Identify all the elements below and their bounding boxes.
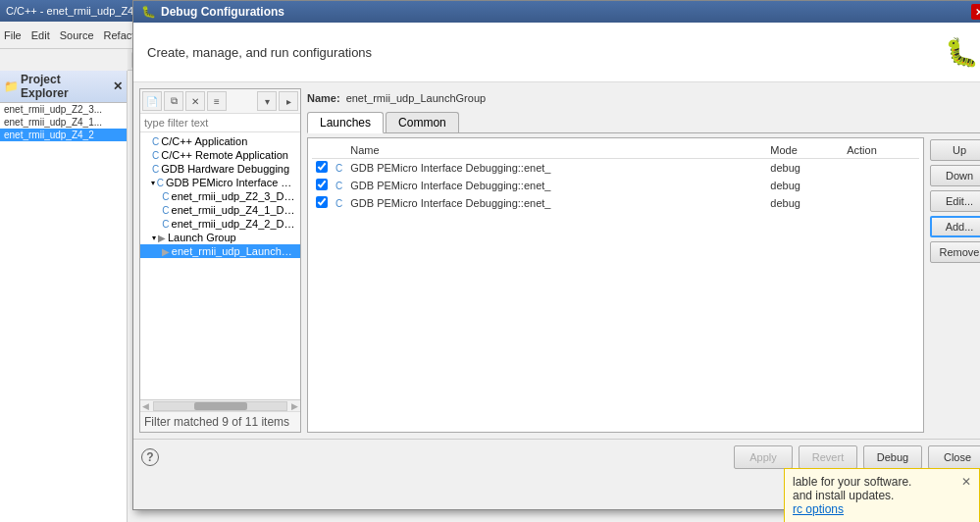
- pkg-explorer-close[interactable]: ✕: [113, 79, 123, 93]
- config-tree-item-z41[interactable]: C enet_rmii_udp_Z4_1_Debug: [140, 203, 300, 217]
- menu-source[interactable]: Source: [60, 29, 94, 41]
- package-explorer: 📁 Project Explorer ✕ enet_rmii_udp_Z2_3.…: [0, 71, 128, 522]
- scrollbar-track[interactable]: [153, 401, 287, 411]
- launch-group-icon: ▶: [158, 233, 166, 243]
- tab-common-label: Common: [398, 116, 446, 130]
- launch-icon-2: C: [335, 181, 342, 191]
- config-tree-item-gdb-pemicro[interactable]: ▾ C GDB PEMicro Interface Debug...: [140, 176, 300, 189]
- col-name: Name: [346, 142, 766, 159]
- dialog-titlebar: 🐛 Debug Configurations ✕: [133, 1, 980, 23]
- horizontal-scrollbar[interactable]: ◀ ▶: [140, 399, 300, 411]
- dialog-header: Create, manage, and run configurations 🐛: [133, 23, 980, 82]
- dialog-header-text: Create, manage, and run configurations: [147, 45, 372, 60]
- down-button[interactable]: Down: [930, 165, 980, 186]
- pkg-item-3[interactable]: enet_rmii_udp_Z4_2: [0, 129, 127, 141]
- notification-toast: lable for your software. and install upd…: [784, 468, 980, 522]
- notification-close-button[interactable]: ✕: [961, 475, 971, 489]
- config-tree-item-z42[interactable]: C enet_rmii_udp_Z4_2_Debug: [140, 217, 300, 231]
- apply-button[interactable]: Apply: [734, 445, 793, 469]
- config-list-toolbar: 📄 ⧉ ✕ ≡ ▾ ▸: [140, 89, 300, 114]
- cpp-app-label: C/C++ Application: [161, 135, 247, 147]
- remove-button[interactable]: Remove: [930, 241, 980, 263]
- launch-icon-1: C: [335, 163, 342, 174]
- config-tree-item-gdb-hw[interactable]: C GDB Hardware Debugging: [140, 162, 300, 176]
- launch-group-item-label: enet_rmii_udp_LaunchGroup: [172, 245, 296, 257]
- config-tree-item-z23[interactable]: C enet_rmii_udp_Z2_3_Debug: [140, 189, 300, 203]
- scrollbar-thumb: [194, 402, 247, 410]
- launch-row-3[interactable]: C GDB PEMicro Interface Debugging::enet_…: [312, 194, 919, 212]
- notification-text-2: and install updates.: [793, 489, 911, 502]
- close-button[interactable]: Close: [928, 445, 980, 469]
- launches-table: Name Mode Action C GDB PEMicro Interface…: [312, 142, 919, 212]
- launches-tab-content: Name Mode Action C GDB PEMicro Interface…: [307, 137, 924, 433]
- pkg-item-1[interactable]: enet_rmii_udp_Z2_3...: [0, 103, 127, 116]
- name-row: Name: enet_rmii_udp_LaunchGroup: [307, 88, 980, 108]
- add-button[interactable]: Add...: [930, 216, 980, 237]
- launch-check-2[interactable]: [316, 179, 328, 190]
- side-buttons: Up Down Edit... Add... Remove: [930, 137, 980, 433]
- new-config-button[interactable]: 📄: [142, 91, 162, 111]
- edit-button[interactable]: Edit...: [930, 190, 980, 212]
- gdb-hw-icon: C: [152, 164, 159, 175]
- bug-icon: 🐛: [942, 32, 980, 72]
- col-check: [312, 142, 332, 159]
- config-tree-item-cpp-remote[interactable]: C C/C++ Remote Application: [140, 148, 300, 162]
- col-icon: [332, 142, 346, 159]
- z42-icon: C: [162, 219, 169, 230]
- menu-file[interactable]: File: [4, 29, 22, 41]
- launch-row-2[interactable]: C GDB PEMicro Interface Debugging::enet_…: [312, 177, 919, 194]
- dialog-close-button[interactable]: ✕: [971, 4, 980, 20]
- config-tree-item-cpp-app[interactable]: C C/C++ Application: [140, 134, 300, 148]
- z41-label: enet_rmii_udp_Z4_1_Debug: [172, 204, 296, 216]
- scroll-right-arrow[interactable]: ▶: [289, 401, 300, 411]
- dialog-title: Debug Configurations: [161, 5, 284, 19]
- z41-icon: C: [162, 205, 169, 216]
- notification-content: lable for your software. and install upd…: [793, 475, 911, 516]
- tab-launches[interactable]: Launches: [307, 112, 384, 133]
- tab-bar: Launches Common: [307, 112, 980, 133]
- launch-row-1[interactable]: C GDB PEMicro Interface Debugging::enet_…: [312, 159, 919, 178]
- launch-icon-3: C: [335, 198, 342, 209]
- debug-button[interactable]: Debug: [863, 445, 922, 469]
- tab-launches-label: Launches: [320, 116, 371, 130]
- config-list-panel: 📄 ⧉ ✕ ≡ ▾ ▸ C C/C++ Application: [139, 88, 301, 433]
- launch-name-1: GDB PEMicro Interface Debugging::enet_: [346, 159, 766, 178]
- z23-label: enet_rmii_udp_Z2_3_Debug: [172, 190, 296, 202]
- debug-configurations-dialog: 🐛 Debug Configurations ✕ Create, manage,…: [132, 0, 980, 510]
- scroll-left-arrow[interactable]: ◀: [140, 401, 151, 411]
- filter-input[interactable]: [140, 114, 300, 132]
- config-tree-item-launch-group[interactable]: ▾ ▶ Launch Group: [140, 231, 300, 244]
- revert-button[interactable]: Revert: [799, 445, 857, 469]
- launch-action-2: [843, 177, 919, 194]
- pkg-item-2[interactable]: enet_rmii_udp_Z4_1...: [0, 116, 127, 129]
- copy-config-button[interactable]: ⧉: [164, 91, 183, 111]
- tab-common[interactable]: Common: [386, 112, 459, 132]
- delete-config-button[interactable]: ✕: [185, 91, 205, 111]
- launch-group-item-icon: ▶: [162, 246, 170, 257]
- filter-config-button[interactable]: ≡: [207, 91, 227, 111]
- launch-check-1[interactable]: [316, 161, 328, 173]
- notification-text-1: lable for your software.: [793, 475, 911, 489]
- launch-action-3: [843, 194, 919, 212]
- cpp-remote-icon: C: [152, 150, 159, 161]
- config-tree: C C/C++ Application C C/C++ Remote Appli…: [140, 132, 300, 399]
- config-tree-item-launch-group-item[interactable]: ▶ enet_rmii_udp_LaunchGroup: [140, 244, 300, 258]
- menu-edit[interactable]: Edit: [31, 29, 50, 41]
- launch-check-3[interactable]: [316, 196, 328, 208]
- launch-group-expand-icon: ▾: [152, 234, 156, 242]
- z23-icon: C: [162, 191, 169, 202]
- tab-content-area: Name Mode Action C GDB PEMicro Interface…: [307, 137, 980, 433]
- launch-mode-2: debug: [766, 177, 843, 194]
- help-button[interactable]: ?: [141, 448, 159, 466]
- notification-link[interactable]: rc options: [793, 502, 844, 516]
- collapse-config-button[interactable]: ▾: [257, 91, 277, 111]
- z42-label: enet_rmii_udp_Z4_2_Debug: [172, 218, 296, 230]
- up-button[interactable]: Up: [930, 139, 980, 161]
- gdb-pemicro-label: GDB PEMicro Interface Debug...: [166, 177, 296, 188]
- expand-config-button[interactable]: ▸: [279, 91, 298, 111]
- name-label: Name:: [307, 92, 340, 104]
- pkg-explorer-title: 📁: [4, 79, 19, 93]
- launch-mode-1: debug: [766, 159, 843, 178]
- pkg-explorer-header: 📁 Project Explorer ✕: [0, 71, 127, 103]
- cpp-remote-label: C/C++ Remote Application: [161, 149, 288, 161]
